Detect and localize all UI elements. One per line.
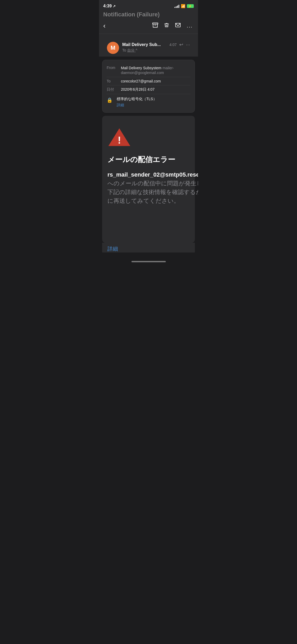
location-icon: ↗ <box>113 4 116 8</box>
archive-button[interactable] <box>152 22 158 29</box>
email-more-button[interactable]: ⋯ <box>186 42 190 47</box>
more-button[interactable]: ... <box>187 23 193 29</box>
sender-name: Mail Delivery Sub... <box>122 42 161 47</box>
bottom-details-link[interactable]: 詳細 <box>107 245 118 252</box>
email-header: M Mail Delivery Sub... 4:07 ↩ ⋯ To 自分 ^ <box>103 38 194 57</box>
toolbar-left: ‹ <box>103 22 106 30</box>
lock-icon: 🔒 <box>107 97 112 103</box>
security-row: 🔒 標準的な暗号化（TLS） 詳細 <box>107 94 190 109</box>
trash-button[interactable] <box>164 22 169 29</box>
email-time: 4:07 <box>169 43 177 47</box>
bottom-bar: 詳細 <box>102 243 195 252</box>
date-label: 日付 <box>107 87 117 92</box>
to-row: To corecolor27@gmail.com <box>107 77 190 85</box>
reply-button[interactable]: ↩ <box>179 42 183 48</box>
home-indicator <box>99 258 198 264</box>
status-bar: 4:39 ↗ 📶 ⚡ <box>99 0 198 11</box>
from-value: Mail Delivery Subsystem mailer-daemon@go… <box>121 66 190 75</box>
date-value: 2020年6月28日 4:07 <box>121 87 190 92</box>
to-label: To <box>107 79 117 83</box>
mail-button[interactable] <box>175 23 181 29</box>
security-text-block: 標準的な暗号化（TLS） 詳細 <box>117 97 190 108</box>
error-body-text: へのメールの配信中に問題が発生しました。下記の詳細な技術情報を確認するか、数分後… <box>107 180 198 204</box>
warning-container: ! <box>107 126 190 148</box>
date-row: 日付 2020年6月28日 4:07 <box>107 85 190 94</box>
signal-icon <box>175 4 179 8</box>
partial-title: Notification (Failure) <box>99 11 198 19</box>
error-card: ! メールの配信エラー rs_mail_sender_02@smtp05.res… <box>102 116 195 243</box>
error-recipient: rs_mail_sender_02@smtp05.reservestock.jp <box>107 171 198 178</box>
time-actions: 4:07 ↩ ⋯ <box>169 42 190 48</box>
from-row: From Mail Delivery Subsystem mailer-daem… <box>107 64 190 77</box>
security-details-link[interactable]: 詳細 <box>117 103 124 107</box>
home-bar <box>131 261 166 262</box>
time-display: 4:39 <box>103 4 112 8</box>
security-text: 標準的な暗号化（TLS） <box>117 97 190 102</box>
svg-text:!: ! <box>118 135 121 146</box>
warning-triangle-icon: ! <box>107 126 131 148</box>
toolbar-right: ... <box>152 22 193 29</box>
back-button[interactable]: ‹ <box>103 22 106 30</box>
email-meta: Mail Delivery Sub... 4:07 ↩ ⋯ To 自分 ^ <box>122 42 190 57</box>
battery-icon: ⚡ <box>187 4 194 8</box>
email-details-card: From Mail Delivery Subsystem mailer-daem… <box>102 60 195 113</box>
toolbar: ‹ ... <box>99 19 198 34</box>
from-name: Mail Delivery Subsystem <box>121 66 161 70</box>
wifi-icon: 📶 <box>181 4 185 8</box>
sender-row: Mail Delivery Sub... 4:07 ↩ ⋯ <box>122 42 190 48</box>
email-to-row: To 自分 ^ <box>122 48 190 57</box>
svg-rect-0 <box>153 23 158 24</box>
sender-avatar: M <box>107 42 119 54</box>
from-label: From <box>107 66 117 75</box>
recipient-link[interactable]: 自分 <box>127 48 136 52</box>
status-time: 4:39 ↗ <box>103 4 116 8</box>
status-icons: 📶 ⚡ <box>175 4 194 8</box>
error-body: rs_mail_sender_02@smtp05.reservestock.jp… <box>107 170 198 205</box>
error-title: メールの配信エラー <box>107 155 175 164</box>
to-email: corecolor27@gmail.com <box>121 79 190 83</box>
